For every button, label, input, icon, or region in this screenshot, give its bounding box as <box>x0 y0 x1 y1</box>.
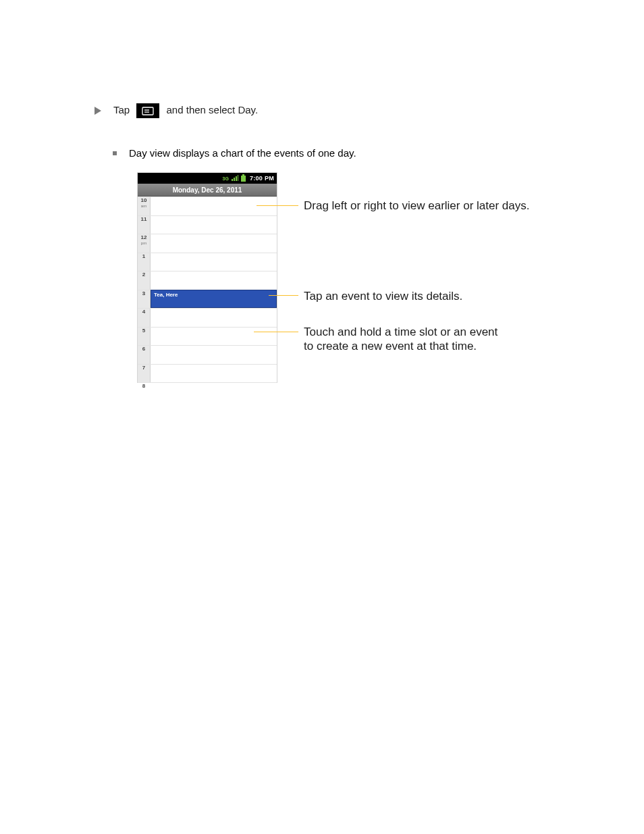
sub-instruction-text: Day view displays a chart of the events … <box>129 147 356 159</box>
status-bar: 3G 7:00 PM <box>138 173 277 184</box>
square-bullet-icon <box>113 151 117 155</box>
hour-slot[interactable] <box>138 271 277 290</box>
hour-slot[interactable] <box>138 215 277 234</box>
instruction-row: Tap and then select Day. <box>95 103 258 118</box>
callout-text: Drag left or right to view earlier or la… <box>304 199 529 212</box>
callout-line <box>257 205 298 206</box>
hour-label: 2 <box>138 271 150 278</box>
instruction-suffix: and then select Day. <box>167 104 259 115</box>
calendar-event[interactable]: Tea, Here <box>151 290 277 309</box>
callout-tap-event: Tap an event to view its details. <box>304 289 462 303</box>
network-3g-icon: 3G <box>223 176 229 181</box>
callout-line <box>269 295 298 296</box>
callout-text: Tap an event to view its details. <box>304 290 462 303</box>
hour-slot[interactable] <box>138 327 277 346</box>
hour-label: 8 <box>138 383 150 389</box>
instruction-text: Tap and then select Day. <box>113 103 258 118</box>
hour-slot[interactable] <box>138 253 277 271</box>
hour-label: 12pm <box>138 234 150 246</box>
callout-touch-hold: Touch and hold a time slot or an event t… <box>304 325 498 354</box>
menu-icon <box>136 103 159 118</box>
hour-label: 1 <box>138 253 150 259</box>
status-time: 7:00 PM <box>250 175 274 182</box>
instruction-prefix: Tap <box>113 104 130 115</box>
callout-line <box>254 332 298 332</box>
hour-slot[interactable] <box>138 234 277 253</box>
day-view[interactable]: 10am1112pm12345678Tea, Here <box>138 197 277 383</box>
hour-label: 6 <box>138 346 150 352</box>
date-label: Monday, Dec 26, 2011 <box>173 186 242 194</box>
sub-instruction-row: Day view displays a chart of the events … <box>113 147 356 159</box>
hour-label: 10am <box>138 197 150 209</box>
hour-slot[interactable] <box>138 382 277 401</box>
hour-label: 7 <box>138 365 150 371</box>
callout-text-line1: Touch and hold a time slot or an event <box>304 325 498 338</box>
hour-slot[interactable] <box>138 345 277 364</box>
hour-label: 4 <box>138 309 150 315</box>
hour-label: 3 <box>138 290 150 296</box>
triangle-bullet-icon <box>95 107 101 115</box>
hour-slot[interactable] <box>138 308 277 327</box>
signal-bars-icon <box>232 176 238 181</box>
hour-label: 5 <box>138 328 150 334</box>
callout-drag: Drag left or right to view earlier or la… <box>304 199 529 213</box>
phone-screenshot: 3G 7:00 PM Monday, Dec 26, 2011 10am1112… <box>138 173 277 382</box>
date-bar: Monday, Dec 26, 2011 <box>138 184 277 197</box>
svg-rect-0 <box>142 107 153 115</box>
hour-label: 11 <box>138 216 150 222</box>
callout-text-line2: to create a new event at that time. <box>304 340 477 353</box>
hour-slot[interactable] <box>138 364 277 383</box>
page: Tap and then select Day. Day view displa… <box>0 0 644 834</box>
battery-icon <box>241 176 246 182</box>
